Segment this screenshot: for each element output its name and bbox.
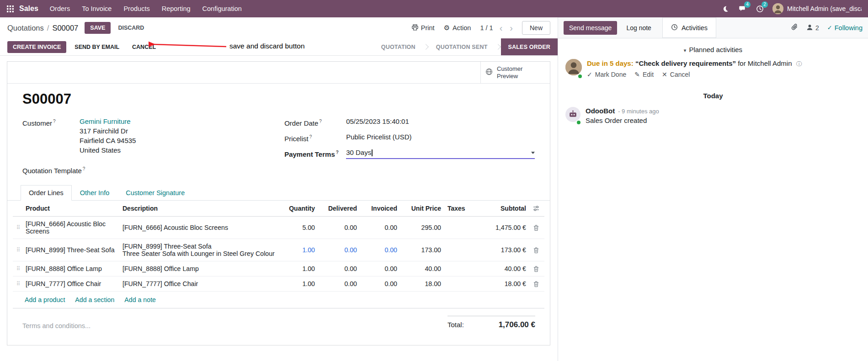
apps-grid-icon[interactable] <box>5 4 15 13</box>
create-invoice-button[interactable]: CREATE INVOICE <box>7 41 66 53</box>
info-icon[interactable]: ⓘ <box>796 61 802 67</box>
activity-status-badge <box>577 74 583 79</box>
pager-previous-icon[interactable]: ‹ <box>500 23 503 32</box>
activities-tab[interactable]: Activities <box>662 17 716 38</box>
action-button[interactable]: ⚙ Action <box>444 24 471 32</box>
cancel-button[interactable]: CANCEL <box>128 41 160 53</box>
activity-avatar[interactable] <box>565 59 582 75</box>
statusbar-states: QUOTATION QUOTATION SENT SALES ORDER <box>374 38 558 55</box>
new-button[interactable]: New <box>522 21 550 35</box>
main-menu: Orders To Invoice Products Reporting Con… <box>45 2 247 16</box>
col-delivered[interactable]: Delivered <box>317 201 359 216</box>
optional-columns-icon[interactable] <box>528 201 544 216</box>
app-name[interactable]: Sales <box>19 5 38 13</box>
fields-left-column: Customer? Gemini Furniture 317 Fairchild… <box>22 117 268 180</box>
add-note-link[interactable]: Add a note <box>124 296 156 303</box>
following-button[interactable]: ✓ Following <box>827 24 863 32</box>
total-value: 1,706.00 € <box>499 320 535 329</box>
customer-address-line2: Fairfield CA 94535 <box>80 136 268 145</box>
log-note-button[interactable]: Log note <box>622 21 656 35</box>
customer-preview-button[interactable]: Customer Preview <box>480 62 550 83</box>
statusbar-separator-icon <box>495 44 501 50</box>
help-icon[interactable]: ? <box>83 166 85 171</box>
table-row[interactable]: ⠿ [FURN_7777] Office Chair [FURN_7777] O… <box>13 276 544 292</box>
help-icon[interactable]: ? <box>53 119 56 124</box>
save-button[interactable]: SAVE <box>85 22 111 34</box>
menu-orders[interactable]: Orders <box>45 2 75 16</box>
today-divider: Today <box>558 92 868 100</box>
drag-handle-icon[interactable]: ⠿ <box>13 262 24 276</box>
col-quantity[interactable]: Quantity <box>278 201 317 216</box>
activities-badge: 2 <box>761 1 768 8</box>
edit-activity-button[interactable]: ✎Edit <box>634 71 654 78</box>
col-product[interactable]: Product <box>24 201 121 216</box>
table-row[interactable]: ⠿ [FURN_6666] Acoustic Bloc Screens [FUR… <box>13 217 544 239</box>
order-date-field[interactable]: 05/25/2023 15:40:01 <box>346 117 535 127</box>
col-subtotal[interactable]: Subtotal <box>472 201 528 216</box>
state-quotation[interactable]: QUOTATION <box>374 38 423 55</box>
col-unit-price[interactable]: Unit Price <box>399 201 443 216</box>
help-icon[interactable]: ? <box>336 150 339 155</box>
state-quotation-sent[interactable]: QUOTATION SENT <box>429 38 495 55</box>
tab-customer-signature[interactable]: Customer Signature <box>117 185 193 201</box>
terms-placeholder[interactable]: Terms and conditions... <box>22 322 91 329</box>
annotation-text: save and discard button <box>229 42 305 50</box>
table-row[interactable]: ⠿ [FURN_8999] Three-Seat Sofa [FURN_8999… <box>13 239 544 261</box>
table-row[interactable]: ⠿ [FURN_8888] Office Lamp [FURN_8888] Of… <box>13 261 544 276</box>
cancel-activity-button[interactable]: ✕Cancel <box>662 71 690 78</box>
customer-link[interactable]: Gemini Furniture <box>80 117 131 125</box>
print-icon <box>412 24 418 32</box>
totals-box: Total: 1,706.00 € <box>447 316 535 329</box>
mark-done-button[interactable]: ✓Mark Done <box>587 71 626 78</box>
pager-next-icon[interactable]: › <box>510 23 513 32</box>
pricelist-field[interactable]: Public Pricelist (USD) <box>346 132 535 142</box>
check-icon: ✓ <box>587 71 592 78</box>
add-product-link[interactable]: Add a product <box>25 296 65 303</box>
discard-button[interactable]: DISCARD <box>113 22 149 34</box>
send-by-email-button[interactable]: SEND BY EMAIL <box>70 41 124 53</box>
delete-row-icon[interactable] <box>528 244 544 257</box>
order-date-label: Order Date? <box>284 117 346 128</box>
top-navbar: Sales Orders To Invoice Products Reporti… <box>0 0 868 17</box>
messages-icon[interactable]: 4 <box>738 4 747 13</box>
menu-configuration[interactable]: Configuration <box>197 2 247 16</box>
paperclip-icon <box>791 24 798 32</box>
print-button[interactable]: Print <box>412 24 435 32</box>
menu-to-invoice[interactable]: To Invoice <box>77 2 117 16</box>
message-status-badge <box>576 120 581 125</box>
drag-handle-icon[interactable]: ⠿ <box>13 243 24 257</box>
dark-mode-moon-icon[interactable] <box>720 4 730 13</box>
planned-activities-header[interactable]: ▾Planned activities <box>558 46 868 53</box>
delete-row-icon[interactable] <box>528 277 544 291</box>
tab-order-lines[interactable]: Order Lines <box>21 185 72 201</box>
activity-assignee: for Mitchell Admin <box>738 59 792 67</box>
delete-row-icon[interactable] <box>528 221 544 234</box>
menu-reporting[interactable]: Reporting <box>157 2 196 16</box>
statusbar-separator-icon <box>423 44 429 50</box>
breadcrumb-quotations[interactable]: Quotations <box>7 24 44 32</box>
state-sales-order[interactable]: SALES ORDER <box>501 38 558 55</box>
followers-count: 2 <box>815 24 819 32</box>
help-icon[interactable]: ? <box>319 119 322 124</box>
payment-terms-input[interactable]: 30 Days <box>346 148 535 159</box>
user-menu[interactable]: Mitchell Admin (save_discar <box>772 3 862 14</box>
attachments-button[interactable] <box>791 24 798 32</box>
help-icon[interactable]: ? <box>309 134 312 139</box>
main-panel: Quotations / S00007 SAVE DISCARD save an… <box>0 17 558 361</box>
message-author[interactable]: OdooBot <box>586 107 615 115</box>
activities-clock-icon[interactable]: 2 <box>755 4 764 13</box>
user-name: Mitchell Admin (save_discar <box>787 5 862 12</box>
add-section-link[interactable]: Add a section <box>75 296 114 303</box>
chatter-panel: Send message Log note Activities <box>558 17 868 361</box>
delete-row-icon[interactable] <box>528 262 544 276</box>
dropdown-caret-icon[interactable] <box>531 152 535 154</box>
col-taxes[interactable]: Taxes <box>443 201 472 216</box>
col-invoiced[interactable]: Invoiced <box>359 201 399 216</box>
send-message-button[interactable]: Send message <box>564 21 617 35</box>
drag-handle-icon[interactable]: ⠿ <box>13 221 24 234</box>
tab-other-info[interactable]: Other Info <box>72 185 117 201</box>
followers-button[interactable]: 2 <box>806 24 819 32</box>
col-description[interactable]: Description <box>121 201 278 216</box>
menu-products[interactable]: Products <box>118 2 154 16</box>
drag-handle-icon[interactable]: ⠿ <box>13 277 24 291</box>
